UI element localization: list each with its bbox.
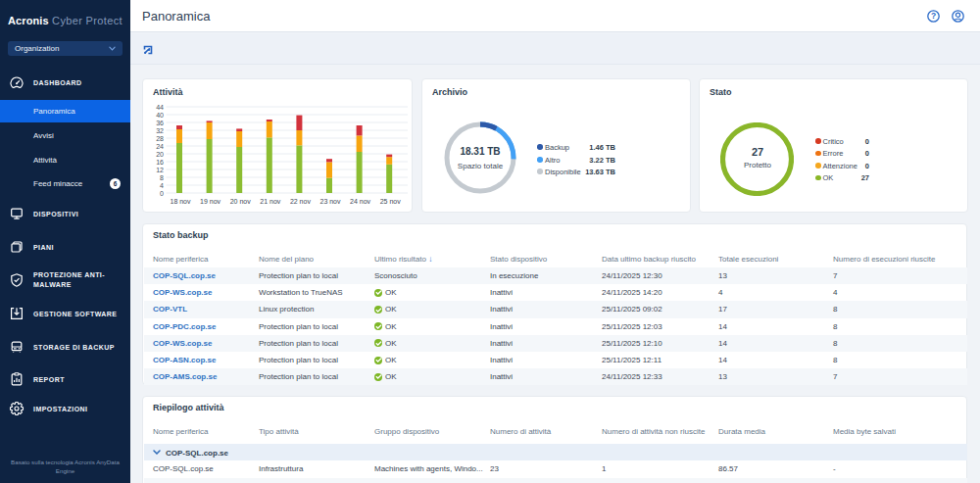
svg-text:24: 24: [156, 143, 164, 150]
svg-text:22 nov: 22 nov: [290, 198, 312, 205]
svg-text:32: 32: [156, 127, 164, 134]
svg-text:?: ?: [931, 11, 936, 21]
svg-text:18 nov: 18 nov: [170, 198, 191, 205]
svg-text:24 nov: 24 nov: [350, 198, 371, 205]
svg-text:0: 0: [160, 190, 164, 197]
svg-text:20 nov: 20 nov: [230, 198, 252, 205]
svg-text:36: 36: [156, 120, 164, 126]
svg-text:23 nov: 23 nov: [319, 198, 341, 205]
svg-text:44: 44: [156, 104, 164, 111]
svg-text:40: 40: [156, 112, 164, 119]
svg-text:25 nov: 25 nov: [380, 198, 402, 205]
svg-text:28: 28: [156, 135, 164, 142]
svg-text:8: 8: [160, 174, 164, 181]
svg-text:19 nov: 19 nov: [200, 198, 221, 205]
svg-text:12: 12: [156, 167, 164, 173]
svg-text:20: 20: [156, 151, 164, 158]
svg-text:16: 16: [156, 159, 164, 166]
svg-text:4: 4: [160, 182, 164, 189]
svg-text:21 nov: 21 nov: [260, 198, 281, 205]
